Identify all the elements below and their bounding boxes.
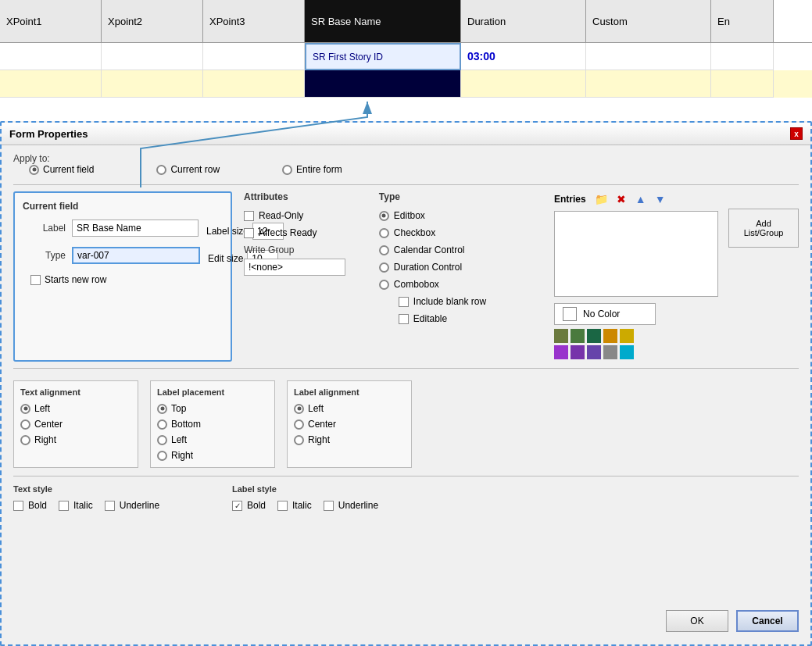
entries-folder-icon[interactable]: 📁	[594, 191, 610, 207]
color-swatch-6[interactable]	[554, 345, 568, 359]
text-align-center-radio[interactable]	[20, 419, 30, 430]
text-bold-item[interactable]: Bold	[13, 500, 47, 511]
label-place-bottom[interactable]: Bottom	[157, 419, 268, 430]
label-align-right[interactable]: Right	[294, 434, 405, 445]
table-area: XPoint1 Xpoint2 XPoint3 SR Base Name Dur…	[0, 0, 812, 125]
cancel-button[interactable]: Cancel	[736, 610, 799, 632]
col-header-srbasename: SR Base Name	[305, 0, 461, 42]
type-checkbox-radio[interactable]	[379, 228, 389, 238]
cell-xpoint1-1	[0, 43, 102, 70]
entries-header: Entries 📁 ✖ ▲ ▼	[554, 191, 718, 207]
type-calendar[interactable]: Calendar Control	[379, 244, 538, 255]
radio-current-row-label: Current row	[170, 164, 220, 175]
label-alignment-title: Label alignment	[294, 387, 405, 397]
type-field-input[interactable]	[72, 247, 200, 264]
label-align-center-radio[interactable]	[294, 419, 304, 430]
label-place-top-radio[interactable]	[157, 404, 167, 414]
type-duration-radio[interactable]	[379, 262, 389, 273]
type-combobox-radio[interactable]	[379, 280, 389, 290]
label-underline-item[interactable]: Underline	[324, 500, 378, 511]
affects-ready-item[interactable]: Affects Ready	[244, 227, 367, 238]
radio-entire-form[interactable]: Entire form	[282, 164, 342, 175]
radio-current-row-input[interactable]	[156, 165, 166, 175]
color-swatch-8[interactable]	[587, 345, 601, 359]
read-only-checkbox[interactable]	[244, 211, 254, 221]
starts-new-row-checkbox[interactable]	[30, 275, 41, 285]
label-align-center[interactable]: Center	[294, 419, 405, 430]
label-place-right-radio[interactable]	[157, 451, 167, 461]
editable-checkbox[interactable]	[399, 314, 409, 324]
text-bold-checkbox[interactable]	[13, 501, 23, 511]
type-calendar-radio[interactable]	[379, 245, 389, 255]
color-swatch-2[interactable]	[571, 329, 585, 343]
edit-size-label: Edit size	[208, 253, 243, 264]
type-combobox[interactable]: Combobox	[379, 279, 538, 290]
label-align-left-radio[interactable]	[294, 404, 304, 414]
entries-up-icon[interactable]: ▲	[633, 191, 649, 207]
type-editbox-radio[interactable]	[379, 211, 389, 221]
text-italic-checkbox[interactable]	[59, 501, 69, 511]
label-italic-checkbox[interactable]	[277, 501, 288, 511]
attributes-box: Attributes Read-Only Affects Ready Write…	[244, 191, 367, 362]
label-place-left[interactable]: Left	[157, 434, 268, 445]
include-blank-row-item[interactable]: Include blank row	[399, 296, 538, 307]
cell-srbasename-value: SR First Story ID	[313, 52, 383, 62]
text-align-left-radio[interactable]	[20, 404, 30, 414]
write-group-input[interactable]	[244, 259, 345, 276]
ok-label: OK	[690, 616, 703, 626]
entries-label: Entries	[554, 194, 586, 205]
cell-xpoint1-2	[0, 70, 102, 98]
color-swatch-10[interactable]	[620, 345, 634, 359]
radio-current-field-input[interactable]	[29, 165, 39, 175]
label-field-input[interactable]	[72, 219, 199, 237]
color-swatch-5[interactable]	[620, 329, 634, 343]
label-bold-item[interactable]: Bold	[232, 500, 266, 511]
ok-button[interactable]: OK	[666, 610, 728, 632]
entries-delete-icon[interactable]: ✖	[613, 191, 629, 207]
label-style-title: Label style	[232, 484, 427, 494]
header-xpoint1-label: XPoint1	[6, 16, 42, 27]
label-align-left[interactable]: Left	[294, 403, 405, 414]
label-italic-item[interactable]: Italic	[277, 500, 312, 511]
cell-duration-1: 03:00	[461, 43, 586, 70]
color-swatch-7[interactable]	[571, 345, 585, 359]
close-button[interactable]: x	[790, 127, 803, 140]
text-align-left[interactable]: Left	[20, 403, 131, 414]
include-blank-row-checkbox[interactable]	[399, 297, 409, 307]
type-editbox[interactable]: Editbox	[379, 210, 538, 221]
label-place-top[interactable]: Top	[157, 403, 268, 414]
read-only-item[interactable]: Read-Only	[244, 210, 367, 221]
text-italic-label: Italic	[73, 500, 93, 511]
label-bold-checkbox[interactable]	[232, 501, 242, 511]
header-srbasename-label: SR Base Name	[311, 16, 381, 27]
color-swatch-3[interactable]	[587, 329, 601, 343]
text-align-right-radio[interactable]	[20, 435, 30, 445]
color-swatch-1[interactable]	[554, 329, 568, 343]
radio-entire-form-input[interactable]	[282, 165, 292, 175]
type-checkbox[interactable]: Checkbox	[379, 227, 538, 238]
text-align-right[interactable]: Right	[20, 434, 131, 445]
text-underline-item[interactable]: Underline	[105, 500, 159, 511]
color-swatch-4[interactable]	[603, 329, 617, 343]
entries-down-icon[interactable]: ▼	[653, 191, 668, 207]
include-blank-row-label: Include blank row	[413, 296, 486, 307]
editable-item[interactable]: Editable	[399, 313, 538, 324]
label-place-right[interactable]: Right	[157, 450, 268, 461]
radio-current-field[interactable]: Current field	[29, 164, 94, 175]
label-underline-checkbox[interactable]	[324, 501, 334, 511]
no-color-button[interactable]: No Color	[554, 303, 656, 325]
text-align-center[interactable]: Center	[20, 419, 131, 430]
text-underline-checkbox[interactable]	[105, 501, 115, 511]
type-calendar-label: Calendar Control	[394, 244, 465, 255]
affects-ready-checkbox[interactable]	[244, 228, 254, 238]
text-italic-item[interactable]: Italic	[59, 500, 93, 511]
label-place-bottom-radio[interactable]	[157, 419, 167, 430]
cell-srbasename-1[interactable]: SR First Story ID	[305, 43, 461, 70]
label-align-right-radio[interactable]	[294, 435, 304, 445]
radio-current-row[interactable]: Current row	[156, 164, 220, 175]
add-list-group-button[interactable]: Add List/Group	[728, 209, 799, 248]
type-duration[interactable]: Duration Control	[379, 262, 538, 273]
label-place-left-radio[interactable]	[157, 435, 167, 445]
text-align-center-label: Center	[34, 419, 63, 430]
color-swatch-9[interactable]	[603, 345, 617, 359]
